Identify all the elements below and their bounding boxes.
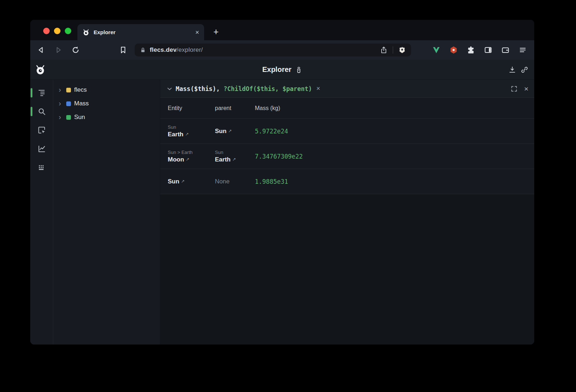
browser-toolbar: flecs.dev/explorer/ bbox=[30, 40, 534, 60]
open-link-icon: ↗ bbox=[186, 157, 189, 162]
commands-grid-icon[interactable] bbox=[37, 163, 46, 172]
open-link-icon: ↗ bbox=[228, 128, 232, 133]
vue-devtools-icon[interactable] bbox=[432, 46, 441, 54]
open-link-icon: ↗ bbox=[185, 132, 189, 137]
column-header-parent: parent bbox=[215, 105, 255, 111]
extension-cluster bbox=[432, 46, 527, 54]
entity-parent-path: Sun > Earth bbox=[168, 150, 215, 155]
header-actions bbox=[508, 60, 528, 79]
brave-shields-icon[interactable] bbox=[398, 46, 406, 54]
sidebar-toggle-icon[interactable] bbox=[484, 46, 492, 54]
entity-tree-panel: › flecs › Mass › Sun bbox=[53, 80, 160, 345]
table-row: Sun Earth ↗ Sun ↗ 5.9722e24 bbox=[160, 119, 534, 144]
entity-color-swatch bbox=[66, 101, 71, 106]
chevron-right-icon[interactable]: › bbox=[59, 86, 63, 93]
new-tab-button[interactable]: + bbox=[211, 27, 221, 37]
query-segment-plain: Mass($this), bbox=[176, 85, 224, 92]
open-link-icon: ↗ bbox=[232, 157, 236, 162]
panel-close-icon[interactable]: × bbox=[524, 85, 528, 92]
app-header: Explorer bbox=[30, 60, 534, 80]
parent-parent-path: Sun bbox=[215, 150, 255, 155]
inspect-icon[interactable] bbox=[37, 126, 46, 135]
page-title: Explorer bbox=[262, 65, 291, 74]
active-panel-indicator bbox=[31, 107, 32, 116]
query-input[interactable]: Mass($this), ?ChildOf($this, $parent) bbox=[176, 85, 312, 92]
open-link-icon: ↗ bbox=[181, 179, 185, 184]
tab-close-icon[interactable]: × bbox=[195, 29, 199, 36]
tree-item-sun[interactable]: › Sun bbox=[53, 110, 160, 124]
query-header: Mass($this), ?ChildOf($this, $parent) × … bbox=[160, 80, 534, 98]
mass-value: 1.9885e31 bbox=[255, 178, 534, 185]
mass-value: 5.9722e24 bbox=[255, 128, 534, 135]
lock-icon bbox=[140, 47, 146, 53]
stats-chart-icon[interactable] bbox=[37, 145, 46, 153]
tab-bar: Explorer × + bbox=[30, 20, 534, 40]
chevron-right-icon[interactable]: › bbox=[59, 113, 63, 120]
entity-color-swatch bbox=[66, 115, 71, 120]
table-header: Entity parent Mass (kg) bbox=[160, 98, 534, 119]
entity-tree-icon[interactable] bbox=[37, 88, 46, 97]
search-icon[interactable] bbox=[37, 107, 46, 116]
adblock-extension-icon[interactable] bbox=[449, 46, 458, 54]
tab-explorer[interactable]: Explorer × bbox=[77, 24, 204, 40]
parent-link[interactable]: Sun ↗ bbox=[215, 128, 232, 135]
main-area: › flecs › Mass › Sun Mass($this), ?Chi bbox=[30, 80, 534, 345]
maximize-window-button[interactable] bbox=[65, 28, 71, 34]
table-row: Sun ↗ None 1.9885e31 bbox=[160, 169, 534, 194]
browser-window: Explorer × + flecs.dev/explorer/ bbox=[30, 20, 534, 345]
url-text: flecs.dev/explorer/ bbox=[150, 46, 203, 54]
back-button[interactable] bbox=[37, 46, 45, 54]
tree-item-label: Mass bbox=[74, 100, 89, 107]
entity-link[interactable]: Earth ↗ bbox=[168, 131, 189, 138]
url-domain: flecs.dev bbox=[150, 46, 177, 53]
chevron-down-icon[interactable] bbox=[166, 85, 173, 92]
tree-item-label: Sun bbox=[74, 114, 85, 121]
query-panel: Mass($this), ?ChildOf($this, $parent) × … bbox=[160, 80, 534, 345]
divider bbox=[393, 46, 393, 54]
reload-button[interactable] bbox=[71, 46, 80, 54]
tree-item-flecs[interactable]: › flecs bbox=[53, 83, 160, 97]
fullscreen-icon[interactable] bbox=[510, 85, 518, 92]
column-header-mass: Mass (kg) bbox=[255, 105, 534, 111]
query-results-empty-area bbox=[160, 194, 534, 345]
query-segment-childof: ?ChildOf($this, $parent) bbox=[224, 85, 312, 92]
entity-color-swatch bbox=[66, 88, 71, 92]
forward-button[interactable] bbox=[54, 46, 63, 54]
bookmark-icon[interactable] bbox=[119, 46, 127, 54]
wallet-icon[interactable] bbox=[501, 46, 510, 54]
page-title-group: Explorer bbox=[262, 65, 302, 74]
flecs-logo-icon bbox=[35, 64, 46, 75]
entity-parent-path: Sun bbox=[168, 124, 215, 130]
connection-remote-icon[interactable] bbox=[295, 66, 302, 73]
url-path: /explorer/ bbox=[177, 46, 203, 53]
chevron-right-icon[interactable]: › bbox=[59, 100, 63, 107]
minimize-window-button[interactable] bbox=[54, 28, 60, 34]
traffic-lights bbox=[43, 28, 71, 34]
tree-item-mass[interactable]: › Mass bbox=[53, 97, 160, 110]
extensions-puzzle-icon[interactable] bbox=[467, 46, 475, 54]
mass-value: 7.34767309e22 bbox=[255, 153, 534, 160]
download-icon[interactable] bbox=[508, 66, 516, 74]
share-icon[interactable] bbox=[380, 46, 388, 54]
parent-none-label: None bbox=[215, 178, 255, 185]
query-clear-icon[interactable]: × bbox=[316, 85, 320, 92]
tab-title: Explorer bbox=[94, 29, 191, 35]
flecs-favicon bbox=[82, 29, 90, 36]
parent-link[interactable]: Earth ↗ bbox=[215, 156, 236, 163]
menu-icon[interactable] bbox=[518, 46, 527, 54]
entity-link[interactable]: Sun ↗ bbox=[168, 178, 185, 185]
tree-item-label: flecs bbox=[74, 86, 87, 94]
table-row: Sun > Earth Moon ↗ Sun Earth ↗ 7.3476730… bbox=[160, 144, 534, 169]
link-icon[interactable] bbox=[521, 66, 528, 74]
column-header-entity: Entity bbox=[168, 105, 215, 111]
entity-link[interactable]: Moon ↗ bbox=[168, 156, 189, 163]
sidebar-icon-strip bbox=[30, 80, 53, 345]
close-window-button[interactable] bbox=[43, 28, 50, 34]
active-panel-indicator bbox=[31, 88, 32, 97]
address-bar[interactable]: flecs.dev/explorer/ bbox=[135, 44, 411, 56]
